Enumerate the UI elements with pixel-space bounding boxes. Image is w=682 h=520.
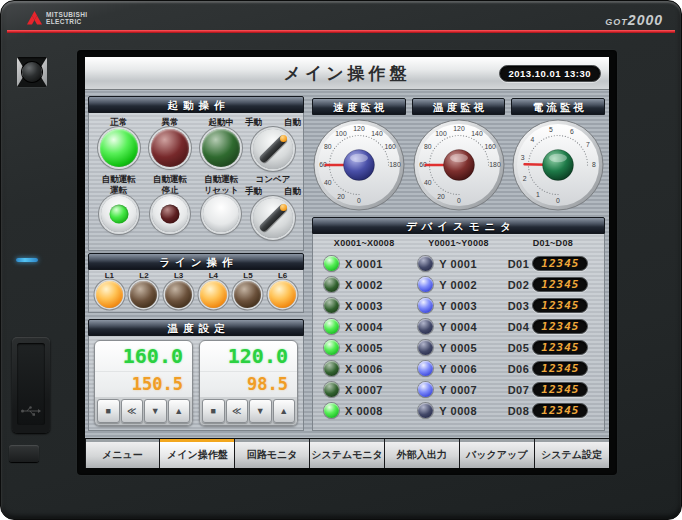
svg-text:40: 40 xyxy=(424,179,432,186)
device-row: X 0002 xyxy=(317,274,411,295)
device-lamp xyxy=(324,298,339,313)
mitsubishi-logo: MITSUBISHI ELECTRIC xyxy=(27,11,88,26)
svg-text:100: 100 xyxy=(435,130,447,137)
power-led xyxy=(16,258,38,262)
data-value: 12345 xyxy=(541,383,579,396)
device-row: Y 0001 xyxy=(411,253,505,274)
push-button[interactable] xyxy=(203,196,239,232)
line-button-label: L3 xyxy=(174,271,183,281)
device-row: Y 0003 xyxy=(411,295,505,316)
pushbutton-label: 自動運転運転 xyxy=(102,174,136,196)
device-label: X 0006 xyxy=(345,363,383,375)
line-button-l2[interactable] xyxy=(130,281,157,308)
tab-システムモニタ[interactable]: システムモニタ xyxy=(310,439,384,468)
device-label: Y 0007 xyxy=(439,384,477,396)
device-row: Y 0004 xyxy=(411,316,505,337)
device-row: D0612345 xyxy=(506,358,600,379)
selector-conveyor: コンベア 手動 自動 xyxy=(247,174,299,238)
line-button-cell: L4 xyxy=(197,271,229,312)
device-row: D0712345 xyxy=(506,379,600,400)
tab-メニュー[interactable]: メニュー xyxy=(86,439,160,468)
svg-text:80: 80 xyxy=(424,143,432,150)
decrement-button[interactable]: ▼ xyxy=(144,399,167,423)
device-label: D01 xyxy=(508,258,530,270)
svg-text:100: 100 xyxy=(335,130,347,137)
fast-step-button[interactable]: ≪ xyxy=(121,399,144,423)
svg-text:0: 0 xyxy=(556,197,560,204)
tab-メイン操作盤[interactable]: メイン操作盤 xyxy=(160,439,234,468)
gauge-dial: 020406080100120140160180 xyxy=(412,115,506,211)
data-value: 12345 xyxy=(541,278,579,291)
device-row: Y 0005 xyxy=(411,337,505,358)
line-button-l4[interactable] xyxy=(200,281,227,308)
y-device-column: Y 0001Y 0002Y 0003Y 0004Y 0005Y 0006Y 00… xyxy=(411,253,505,421)
svg-text:2: 2 xyxy=(523,175,527,182)
line-operation-panel: ライン操作 L1L2L3L4L5L6 xyxy=(88,253,304,313)
increment-button[interactable]: ▲ xyxy=(168,399,191,423)
svg-text:160: 160 xyxy=(384,143,396,150)
device-row: X 0003 xyxy=(317,295,411,316)
device-row: D0412345 xyxy=(506,316,600,337)
device-label: D08 xyxy=(508,405,530,417)
svg-text:3: 3 xyxy=(521,154,525,161)
device-row: D0212345 xyxy=(506,274,600,295)
device-lamp xyxy=(418,361,433,376)
line-operation-body: L1L2L3L4L5L6 xyxy=(88,270,304,313)
manual-label: 手動 xyxy=(245,185,262,198)
line-button-label: L4 xyxy=(209,271,218,281)
indicator-cell: 起動中 xyxy=(196,116,247,169)
device-row: Y 0008 xyxy=(411,400,505,421)
setter-button-row: ■≪▼▲ xyxy=(95,397,192,425)
gauge-section-1: 速度監視020406080100120140160180 xyxy=(312,98,406,211)
device-lamp xyxy=(418,403,433,418)
device-label: X 0004 xyxy=(345,321,383,333)
line-button-l6[interactable] xyxy=(269,281,296,308)
page-title: メイン操作盤 xyxy=(283,62,410,85)
data-value-badge: 12345 xyxy=(532,340,588,355)
line-button-cell: L6 xyxy=(267,271,299,312)
stop-button[interactable]: ■ xyxy=(202,399,225,423)
device-label: Y 0003 xyxy=(439,300,477,312)
tab-外部入出力[interactable]: 外部入出力 xyxy=(385,439,459,468)
gauge-section-2: 温度監視020406080100120140160180 xyxy=(412,98,506,211)
usb-port-cover xyxy=(12,337,50,433)
push-button[interactable] xyxy=(152,196,188,232)
pushbutton-cell: 自動運転リセット xyxy=(196,174,247,238)
three-diamond-icon xyxy=(27,11,42,25)
temperature-setting-header: 温度設定 xyxy=(88,319,304,336)
button-lamp xyxy=(109,205,128,224)
device-lamp xyxy=(418,256,433,271)
selector-knob-1[interactable] xyxy=(253,129,293,169)
data-value-badge: 12345 xyxy=(532,256,588,271)
knob-position-dot xyxy=(280,135,287,142)
data-value: 12345 xyxy=(541,404,579,417)
tab-回路モニタ[interactable]: 回路モニタ xyxy=(235,439,309,468)
data-value: 12345 xyxy=(541,257,579,270)
tab-システム設定[interactable]: システム設定 xyxy=(535,439,609,468)
fast-step-button[interactable]: ≪ xyxy=(226,399,249,423)
line-button-l3[interactable] xyxy=(165,281,192,308)
stop-button[interactable]: ■ xyxy=(97,399,120,423)
decrement-button[interactable]: ▼ xyxy=(249,399,272,423)
manual-label: 手動 xyxy=(245,116,262,129)
svg-text:180: 180 xyxy=(389,161,401,168)
line-button-l1[interactable] xyxy=(96,281,123,308)
start-operation-header: 起動操作 xyxy=(88,96,304,113)
tab-バックアップ[interactable]: バックアップ xyxy=(460,439,534,468)
device-monitor-grid: X 0001X 0002X 0003X 0004X 0005X 0006X 00… xyxy=(317,253,600,421)
device-label: D04 xyxy=(508,321,530,333)
data-value: 12345 xyxy=(541,320,579,333)
line-button-l5[interactable] xyxy=(234,281,261,308)
x-device-column: X 0001X 0002X 0003X 0004X 0005X 0006X 00… xyxy=(317,253,411,421)
pushbutton-cell: 自動運転停止 xyxy=(144,174,195,238)
device-row: Y 0007 xyxy=(411,379,505,400)
touchscreen: メイン操作盤 2013.10.01 13:30 起動操作 正常異常起動中 手動 … xyxy=(85,57,609,468)
line-button-cell: L3 xyxy=(163,271,195,312)
gauge-title: 速度監視 xyxy=(312,98,406,115)
data-value-badge: 12345 xyxy=(532,319,588,334)
device-label: X 0008 xyxy=(345,405,383,417)
selector-knob-2[interactable] xyxy=(253,198,293,238)
push-button[interactable] xyxy=(101,196,137,232)
increment-button[interactable]: ▲ xyxy=(273,399,296,423)
svg-text:20: 20 xyxy=(337,193,345,200)
